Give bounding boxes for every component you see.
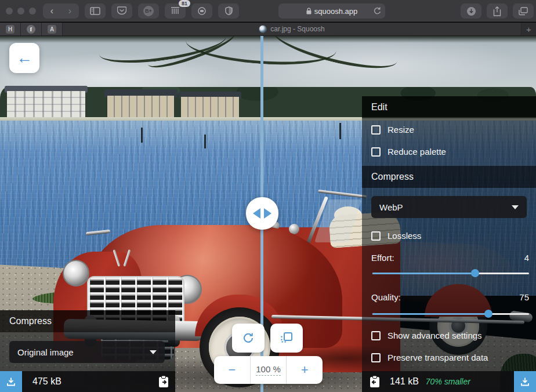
squoosh-favicon [259,25,267,33]
zoom-in-button[interactable]: + [286,356,323,384]
download-circle-icon [466,6,476,16]
lossless-checkbox-row[interactable]: Lossless [371,231,421,241]
effort-label-row: Effort: 4 [371,253,529,263]
copy-right-icon[interactable] [158,375,169,388]
quality-slider-thumb[interactable] [484,310,492,318]
url-text: squoosh.app [314,7,357,16]
pinned-tab-facebook[interactable]: f [21,23,42,35]
pocket-button[interactable] [111,3,132,19]
nav-buttons: ‹ › [43,3,79,19]
pinned-tab-h[interactable]: H [0,23,21,35]
right-download-button[interactable] [514,371,536,392]
photo-car-v-emblem [114,249,130,268]
tab-overview-button[interactable] [513,3,534,19]
left-codec-select[interactable]: Original image [9,341,165,363]
pinned-tab-a[interactable]: A [42,23,63,35]
reduce-palette-label: Reduce palette [387,147,446,157]
new-tab-button[interactable]: + [521,23,536,35]
zoom-out-button[interactable]: − [214,356,250,384]
zoom-level-field[interactable]: 100 % [250,356,287,384]
reload-icon[interactable] [373,6,381,15]
split-handle[interactable] [246,197,278,230]
url-bar[interactable]: squoosh.app [278,3,385,19]
close-window-button[interactable] [6,8,13,14]
advanced-settings-checkbox-row[interactable]: Show advanced settings [371,331,482,340]
effort-value: 4 [524,253,529,263]
rotate-button[interactable] [232,324,265,353]
quality-value: 75 [519,292,529,302]
lossless-checkbox[interactable] [371,231,381,241]
minimize-window-button[interactable] [17,8,24,14]
facebook-icon: f [27,25,35,34]
compress-header-label: Compress [371,172,414,182]
advanced-settings-checkbox[interactable] [371,331,381,340]
left-download-button[interactable] [0,371,22,392]
download-icon [6,376,16,387]
browser-toolbar: ‹ › B+ 81 squoosh.app [0,0,536,22]
effort-slider-fill [372,273,475,274]
edit-header: Edit [362,96,536,118]
photo-mansion1 [107,96,174,119]
screenshot-extension-button[interactable] [191,3,212,19]
savings-text: 70% smaller [426,377,470,386]
effort-slider-thumb[interactable] [471,269,479,277]
window-controls[interactable] [6,8,36,14]
forward-nav-icon[interactable]: › [68,6,71,16]
split-right-arrow-icon [264,208,271,219]
reduce-palette-checkbox-row[interactable]: Reduce palette [371,147,446,157]
image-viewport[interactable]: ← − 100 % + Compress Original image [0,36,536,392]
share-icon [493,6,501,16]
photo-piling [141,128,143,143]
preserve-transparent-checkbox[interactable] [371,353,381,362]
left-file-size: 475 kB [32,376,61,387]
photo-piling [339,123,341,139]
resize-label: Resize [387,125,414,135]
left-panel-header-label: Compress [9,316,52,326]
photo-mansion2 [181,97,239,119]
browser-window: ‹ › B+ 81 squoosh.app [0,0,536,392]
right-file-size: 141 kB [390,376,419,387]
active-tab[interactable]: car.jpg - Squoosh [63,23,521,35]
zoom-window-button[interactable] [29,8,36,14]
zoom-level-value: 100 % [256,364,281,376]
downloads-button[interactable] [461,3,481,19]
sidebar-button[interactable] [85,3,106,19]
toolbar-right-buttons [461,3,534,19]
lossless-label: Lossless [387,231,421,241]
split-left-arrow-icon [253,208,260,219]
tab-title: car.jpg - Squoosh [270,25,324,33]
quality-label: Quality: [371,292,401,302]
back-nav-icon[interactable]: ‹ [50,6,53,16]
bplus-extension-button[interactable]: B+ [138,3,159,19]
fit-to-screen-button[interactable] [270,324,303,353]
lock-icon [306,8,312,14]
bars-icon [171,6,180,15]
edit-header-label: Edit [371,102,387,112]
effort-label: Effort: [371,253,394,263]
reduce-palette-checkbox[interactable] [371,147,381,157]
chevron-down-icon [512,205,519,209]
back-button[interactable]: ← [9,43,39,73]
effort-slider[interactable] [372,269,529,277]
copy-left-icon[interactable] [369,375,381,388]
privacy-extension-button[interactable] [218,3,239,19]
photo-white-building [7,91,85,119]
left-panel-header: Compress [0,310,175,332]
photo-piling [204,135,206,148]
codec-select[interactable]: WebP [371,196,527,218]
right-results-bar: 141 kB 70% smaller [362,371,536,392]
preserve-transparent-checkbox-row[interactable]: Preserve transparent data [371,353,488,362]
shield-icon [225,6,233,15]
circle-icon [197,6,207,16]
preserve-transparent-label: Preserve transparent data [387,353,488,362]
left-results-bar: 475 kB [0,371,175,392]
codec-value: WebP [379,202,403,212]
advanced-settings-label: Show advanced settings [387,331,482,340]
resize-checkbox-row[interactable]: Resize [371,125,414,135]
blocker-extension-button[interactable]: 81 [165,3,186,19]
fit-to-screen-icon [280,331,294,345]
share-button[interactable] [487,3,508,19]
quality-slider[interactable] [372,310,529,318]
resize-checkbox[interactable] [371,125,381,135]
plus-icon: + [301,362,309,378]
